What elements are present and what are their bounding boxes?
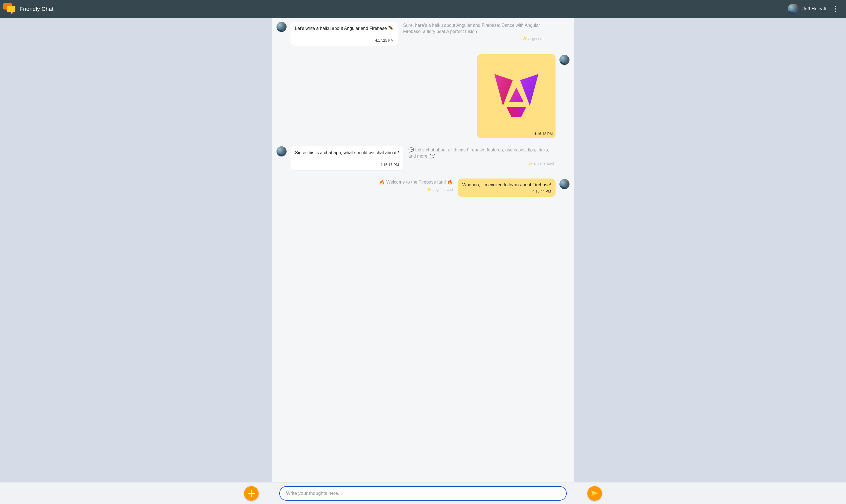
- svg-marker-2: [509, 87, 524, 102]
- message-row: Let's write a haiku about Angular and Fi…: [277, 22, 569, 46]
- svg-marker-3: [507, 107, 526, 117]
- app-header: Friendly Chat Jeff Huleatt: [0, 0, 846, 18]
- message-text: Woohoo, I'm excited to learn about Fireb…: [462, 182, 551, 187]
- avatar: [560, 55, 569, 65]
- message-time: 4:17:25 PM: [375, 38, 394, 42]
- app-title: Friendly Chat: [20, 6, 54, 12]
- current-user-chip[interactable]: Jeff Huleatt: [788, 4, 826, 14]
- ai-response-text: Sure, here's a haiku about Angular and F…: [403, 22, 548, 34]
- brand: Friendly Chat: [3, 3, 54, 15]
- message-time: 4:15:44 PM: [533, 189, 551, 193]
- ai-response: 💬 Let's chat about all things Firebase: …: [408, 146, 554, 165]
- svg-marker-5: [591, 491, 598, 493]
- message-input[interactable]: [279, 486, 567, 501]
- angular-logo-icon: [480, 57, 553, 130]
- avatar: [277, 22, 286, 32]
- send-icon: [591, 490, 599, 497]
- message-time: 4:16:17 PM: [380, 163, 399, 167]
- ai-generated-tag: ai generated: [523, 37, 548, 41]
- ai-response: 🔥 Welcome to the Firebase fam! 🔥 ai gene…: [380, 179, 453, 192]
- message-row: 4:16:48 PM: [277, 54, 569, 138]
- ai-generated-tag: ai generated: [427, 187, 453, 192]
- composer-bar: [0, 482, 846, 504]
- avatar: [277, 146, 286, 157]
- chat-outer: Let's write a haiku about Angular and Fi…: [0, 18, 846, 482]
- ai-response: Sure, here's a haiku about Angular and F…: [403, 22, 548, 41]
- message-time: 4:16:48 PM: [534, 131, 553, 136]
- chat-logo-icon: [3, 3, 16, 15]
- ai-response-text: 🔥 Welcome to the Firebase fam! 🔥: [380, 179, 453, 185]
- message-bubble: Woohoo, I'm excited to learn about Fireb…: [458, 179, 556, 197]
- plus-icon: [248, 490, 255, 497]
- avatar: [560, 179, 569, 189]
- send-button[interactable]: [587, 486, 602, 501]
- message-bubble: Let's write a haiku about Angular and Fi…: [290, 22, 398, 46]
- ai-response-text: 💬 Let's chat about all things Firebase: …: [408, 147, 554, 159]
- message-text: Since this is a chat app, what should we…: [295, 150, 399, 155]
- message-row: 🔥 Welcome to the Firebase fam! 🔥 ai gene…: [277, 179, 569, 197]
- ai-generated-tag: ai generated: [528, 161, 554, 165]
- message-image-bubble: 4:16:48 PM: [477, 54, 556, 138]
- message-bubble: Since this is a chat app, what should we…: [290, 146, 403, 170]
- chat-panel[interactable]: Let's write a haiku about Angular and Fi…: [272, 18, 574, 482]
- attach-button[interactable]: [244, 486, 259, 501]
- more-vert-icon[interactable]: [830, 3, 841, 15]
- user-name: Jeff Huleatt: [803, 6, 826, 12]
- avatar: [788, 4, 798, 14]
- message-text: Let's write a haiku about Angular and Fi…: [295, 26, 394, 31]
- message-row: Since this is a chat app, what should we…: [277, 146, 569, 170]
